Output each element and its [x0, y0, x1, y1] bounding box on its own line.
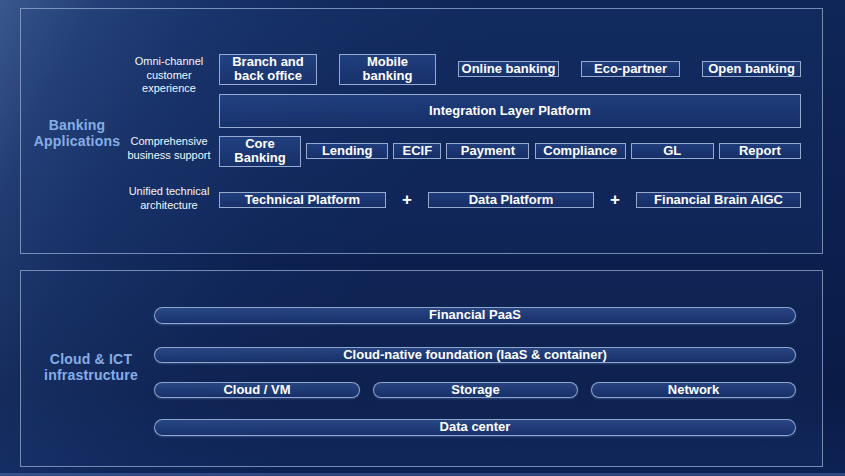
unified-technical-architecture-label: Unified technical architecture — [113, 185, 225, 212]
box-eco-partner: Eco-partner — [581, 61, 680, 78]
box-mobile-banking: Mobile banking — [339, 54, 436, 85]
cloud-content: Financial PaaS Cloud-native foundation (… — [154, 271, 796, 466]
box-core-banking: Core Banking — [219, 136, 301, 167]
box-data-center: Data center — [154, 419, 796, 436]
box-report: Report — [719, 143, 801, 160]
box-data-platform: Data Platform — [428, 192, 594, 209]
box-online-banking: Online banking — [458, 61, 559, 78]
omni-channel-experience-label: Omni-channel customer experience — [113, 55, 225, 96]
box-lending: Lending — [306, 143, 388, 160]
datacenter-row: Data center — [154, 413, 796, 442]
banking-applications-panel: Banking Applications Omni-channel custom… — [20, 8, 823, 254]
box-open-banking: Open banking — [702, 61, 801, 78]
banking-content: Branch and back office Mobile banking On… — [219, 9, 801, 253]
plus-sign-1: + — [386, 190, 428, 210]
architecture-row: Technical Platform + Data Platform + Fin… — [219, 179, 801, 221]
business-row: Core Banking Lending ECIF Payment Compli… — [219, 134, 801, 168]
infra-row: Cloud / VM Storage Network — [154, 376, 796, 404]
box-gl: GL — [631, 143, 714, 160]
comprehensive-business-support-label: Comprehensive business support — [113, 135, 225, 162]
paas-row: Financial PaaS — [154, 301, 796, 330]
box-financial-brain-aigc: Financial Brain AIGC — [636, 192, 801, 209]
box-compliance: Compliance — [535, 143, 626, 160]
box-cloud-vm: Cloud / VM — [154, 382, 360, 399]
box-financial-paas: Financial PaaS — [154, 307, 796, 324]
box-technical-platform: Technical Platform — [219, 192, 386, 209]
box-payment: Payment — [446, 143, 529, 160]
box-network: Network — [591, 382, 796, 399]
cloud-ict-panel: Cloud & ICT infrastructure Financial Paa… — [20, 270, 823, 467]
foundation-row: Cloud-native foundation (IaaS & containe… — [154, 341, 796, 369]
channel-row: Branch and back office Mobile banking On… — [219, 53, 801, 85]
box-storage: Storage — [373, 382, 578, 399]
box-branch-and-back-office: Branch and back office — [219, 54, 317, 85]
box-integration-layer-platform: Integration Layer Platform — [219, 94, 801, 128]
cloud-ict-infrastructure-label: Cloud & ICT infrastructure — [31, 351, 151, 383]
box-ecif: ECIF — [393, 143, 441, 160]
architecture-diagram: Banking Applications Omni-channel custom… — [0, 0, 845, 476]
plus-sign-2: + — [594, 190, 636, 210]
box-cloud-native-foundation: Cloud-native foundation (IaaS & containe… — [154, 347, 796, 364]
